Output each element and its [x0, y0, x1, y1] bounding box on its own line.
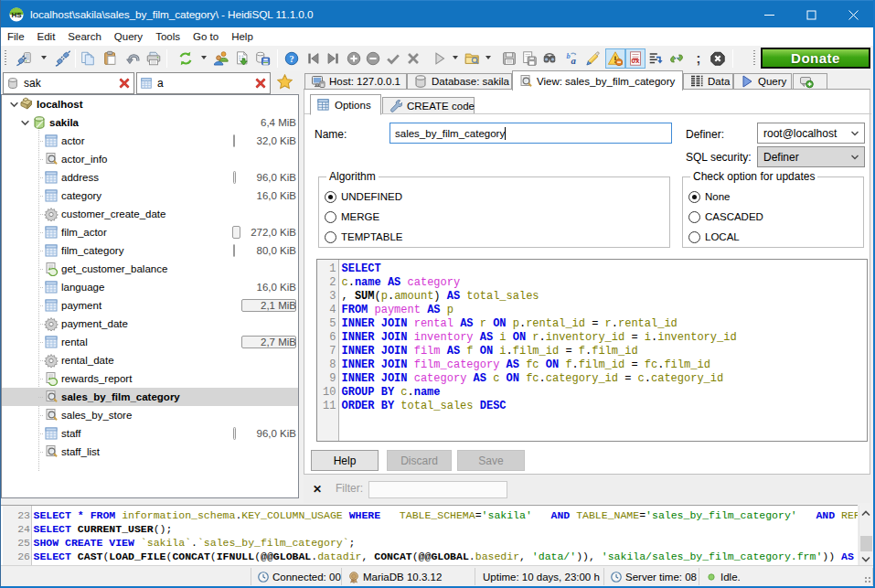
save-as-button[interactable] — [520, 49, 539, 68]
radio-unselected-icon[interactable] — [325, 231, 336, 243]
delimiter-button[interactable] — [689, 49, 708, 68]
chevron-expanded-icon[interactable] — [20, 118, 30, 128]
undo-button[interactable] — [124, 49, 143, 68]
tree-item-staff[interactable]: staff96,0 KiB — [2, 424, 298, 443]
connect-button[interactable] — [15, 49, 33, 68]
radio-selected-icon[interactable] — [688, 191, 700, 203]
tree-item-film_actor[interactable]: film_actor272,0 KiB — [2, 223, 298, 241]
radio-undefined[interactable]: UNDEFINED — [325, 189, 402, 204]
tab-database-sakila[interactable]: Database: sakila — [407, 73, 512, 89]
replace-button[interactable] — [562, 49, 581, 68]
radio-none[interactable]: None — [688, 189, 731, 204]
format-sql-button[interactable] — [667, 49, 686, 68]
name-input[interactable]: sales_by_film_category — [389, 123, 672, 144]
toolbar-grip[interactable] — [753, 50, 755, 67]
scroll-down-icon[interactable] — [859, 552, 872, 565]
tab-options[interactable]: Options — [310, 94, 381, 115]
tab-host-127-0-0-1[interactable]: Host: 127.0.0.1 — [304, 73, 407, 89]
sql-log[interactable]: 23SELECT * FROM information_schema.KEY_C… — [1, 505, 858, 565]
tree-item-payment[interactable]: payment2,1 MiB — [2, 296, 298, 315]
menu-tools[interactable]: Tools — [149, 27, 187, 46]
toolbar-grip[interactable] — [5, 50, 6, 67]
clear-filter-icon[interactable] — [254, 77, 267, 90]
tree-item-sales_by_store[interactable]: sales_by_store — [2, 406, 298, 424]
radio-merge[interactable]: MERGE — [325, 209, 379, 224]
tab-view-sales-by-film-category[interactable]: View: sales_by_film_category — [512, 70, 683, 91]
tree-item-customer_create_date[interactable]: customer_create_date — [2, 205, 298, 223]
database-tree[interactable]: localhostsakila6,4 MiBactor32,0 KiBactor… — [1, 94, 299, 498]
warnings-button[interactable] — [605, 48, 625, 69]
menu-edit[interactable]: Edit — [31, 27, 62, 46]
definer-combobox[interactable]: root@localhost — [757, 123, 865, 144]
menu-help[interactable]: Help — [225, 27, 260, 46]
tree-item-rewards_report[interactable]: rewards_report — [2, 369, 298, 388]
tab-new-query[interactable] — [793, 73, 827, 89]
clear-filter-icon[interactable] — [118, 77, 131, 90]
sql-source-editor[interactable]: 1SELECT2c.name AS category3, SUM(p.amoun… — [316, 259, 868, 442]
cancel-edit-button[interactable] — [404, 49, 422, 68]
menu-file[interactable]: File — [1, 27, 31, 46]
dropdown-arrow-icon[interactable] — [41, 56, 47, 59]
radio-unselected-icon[interactable] — [688, 211, 700, 223]
tree-item-film_category[interactable]: film_category80,0 KiB — [2, 241, 298, 260]
export-database-button[interactable] — [253, 49, 272, 68]
tree-item-payment_date[interactable]: payment_date — [2, 315, 298, 333]
star-icon[interactable] — [277, 74, 293, 90]
tab-data[interactable]: Data — [683, 73, 733, 89]
tree-item-language[interactable]: language16,0 KiB — [2, 278, 298, 296]
tree-item-actor_info[interactable]: actor_info — [2, 150, 298, 168]
post-check-button[interactable] — [384, 49, 402, 68]
reformat-button[interactable] — [646, 49, 665, 68]
dropdown-arrow-icon[interactable] — [453, 56, 458, 59]
scroll-up-icon[interactable] — [859, 507, 872, 519]
radio-unselected-icon[interactable] — [325, 211, 336, 223]
menu-query[interactable]: Query — [108, 27, 149, 46]
scroll-thumb[interactable] — [860, 536, 872, 551]
save-button[interactable] — [500, 49, 518, 68]
tree-item-rental[interactable]: rental2,7 MiB — [2, 333, 298, 351]
dropdown-arrow-icon[interactable] — [201, 56, 207, 59]
tree-item-actor[interactable]: actor32,0 KiB — [2, 132, 298, 150]
radio-unselected-icon[interactable] — [688, 231, 700, 243]
save-button[interactable]: Save — [457, 450, 525, 471]
tree-item-localhost[interactable]: localhost — [2, 95, 298, 113]
table-filter[interactable]: a — [136, 72, 271, 94]
chevron-expanded-icon[interactable] — [9, 100, 19, 110]
print-button[interactable] — [144, 49, 163, 68]
nav-last-button[interactable] — [324, 49, 342, 68]
radio-local[interactable]: LOCAL — [688, 230, 740, 244]
tree-item-get_customer_balance[interactable]: get_customer_balance — [2, 260, 298, 278]
minimize-button[interactable] — [748, 1, 790, 28]
tree-item-rental_date[interactable]: rental_date — [2, 351, 298, 369]
radio-selected-icon[interactable] — [325, 191, 336, 203]
tree-item-sales_by_film_category[interactable]: sales_by_film_category — [2, 388, 298, 406]
highlight-button[interactable] — [583, 49, 602, 68]
donate-button[interactable]: Donate — [761, 48, 870, 69]
dropdown-arrow-icon[interactable] — [486, 56, 491, 59]
nav-first-button[interactable] — [304, 49, 323, 68]
delete-record-button[interactable] — [364, 49, 382, 68]
find-button[interactable] — [540, 49, 559, 68]
close-filter-icon[interactable]: ✕ — [313, 483, 322, 496]
copy-button[interactable] — [79, 49, 97, 68]
load-file-button[interactable] — [463, 49, 481, 68]
radio-cascaded[interactable]: CASCADED — [688, 209, 763, 224]
tab-query[interactable]: Query — [733, 73, 792, 89]
tree-item-sakila[interactable]: sakila6,4 MiB — [2, 113, 298, 132]
disconnect-button[interactable] — [54, 49, 72, 68]
resize-grip[interactable] — [863, 575, 871, 583]
help-button[interactable]: Help — [311, 450, 379, 471]
refresh-button[interactable] — [176, 49, 195, 68]
tree-item-staff_list[interactable]: staff_list — [2, 443, 298, 461]
stop-button[interactable] — [709, 49, 727, 68]
hex-view-button[interactable] — [625, 48, 646, 69]
paste-button[interactable] — [101, 49, 120, 68]
menu-search[interactable]: Search — [61, 27, 107, 46]
insert-files-button[interactable] — [233, 49, 251, 68]
tree-item-address[interactable]: address96,0 KiB — [2, 168, 298, 187]
sql-security-combobox[interactable]: Definer — [757, 146, 865, 167]
filter-input[interactable] — [368, 481, 507, 498]
database-filter[interactable]: sak — [3, 72, 134, 94]
discard-button[interactable]: Discard — [387, 450, 452, 471]
close-button[interactable] — [832, 1, 874, 28]
